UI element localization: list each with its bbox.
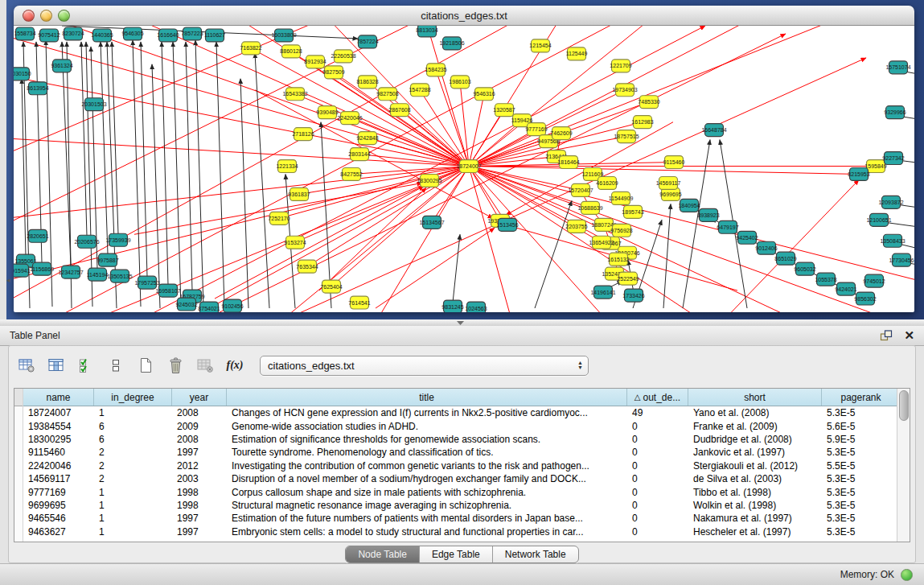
- graph-node-7252170[interactable]: 7252170: [268, 212, 290, 225]
- graph-node-8215953[interactable]: 8215953: [848, 168, 869, 181]
- citation-edge-black[interactable]: [453, 234, 460, 303]
- graph-node-7614541[interactable]: 7614541: [348, 296, 370, 309]
- graph-node-9777169[interactable]: 9777169: [525, 123, 547, 136]
- graph-node-1986103[interactable]: 1986103: [449, 76, 470, 89]
- graph-node-9827509[interactable]: 9827509: [322, 66, 344, 79]
- table-vertical-scrollbar[interactable]: [897, 389, 910, 542]
- graph-node-8860128[interactable]: 8860128: [280, 45, 302, 58]
- tab-edge-table[interactable]: Edge Table: [420, 546, 493, 562]
- graph-node-1615132[interactable]: 1615132: [607, 253, 629, 266]
- graph-node-19218506[interactable]: 19218506: [439, 37, 464, 50]
- graph-node-9390489[interactable]: 9390489: [316, 106, 338, 119]
- graph-node-18724007[interactable]: 18724007: [456, 160, 481, 173]
- graph-node-13654923[interactable]: 13654923: [589, 236, 614, 249]
- graph-node-15720407[interactable]: 15720407: [568, 183, 593, 196]
- column-header-title[interactable]: title: [227, 389, 627, 406]
- graph-node-8613954[interactable]: 8613954: [27, 82, 48, 95]
- graph-node-7857224[interactable]: 7857224: [356, 35, 378, 48]
- scrollbar-thumb[interactable]: [899, 390, 909, 421]
- graph-node-15134567[interactable]: 15134567: [419, 216, 444, 229]
- graph-node-9827508[interactable]: 9827508: [376, 88, 398, 101]
- graph-node-10688639[interactable]: 10688639: [577, 201, 602, 214]
- graph-node-1584235[interactable]: 1584235: [425, 64, 446, 76]
- graph-node-12100651[interactable]: 12100651: [866, 213, 891, 226]
- graph-node-9227342[interactable]: 9227342: [882, 152, 904, 165]
- graph-node-2203755[interactable]: 2203755: [565, 220, 587, 233]
- citation-edge-black[interactable]: [255, 53, 269, 308]
- graph-node-19734903[interactable]: 19734903: [612, 84, 637, 97]
- function-builder-button[interactable]: f(x): [225, 356, 244, 375]
- graph-node-1221334[interactable]: 1221334: [276, 160, 298, 173]
- graph-node-1215454[interactable]: 1215454: [529, 39, 551, 52]
- citation-edge-black[interactable]: [663, 204, 671, 308]
- citation-edge-red[interactable]: [469, 167, 512, 312]
- graph-node-14196141[interactable]: 14196141: [590, 286, 615, 299]
- table-settings-button[interactable]: [17, 356, 36, 375]
- citation-edge-black[interactable]: [216, 42, 224, 307]
- citation-edge-black[interactable]: [81, 42, 87, 236]
- graph-node-8912934[interactable]: 8912934: [304, 56, 326, 68]
- graph-node-1221709[interactable]: 1221709: [610, 60, 631, 72]
- graph-node-9975887[interactable]: 9975887: [97, 253, 118, 266]
- graph-node-7163822[interactable]: 7163822: [240, 42, 261, 55]
- citation-edge-black[interactable]: [162, 42, 168, 285]
- graph-node-9361324[interactable]: 9361324: [51, 60, 72, 72]
- citation-edge-black[interactable]: [186, 42, 192, 290]
- column-header-in_degree[interactable]: in_degree: [94, 389, 172, 406]
- table-row[interactable]: 1456911722003Disruption of a novel membe…: [23, 472, 897, 485]
- graph-node-8427552[interactable]: 8427552: [340, 168, 362, 181]
- graph-node-8651029[interactable]: 8651029: [774, 252, 796, 265]
- citation-edge-red[interactable]: [279, 167, 469, 312]
- graph-node-2867608[interactable]: 2867608: [388, 104, 410, 117]
- table-row[interactable]: 1830029562008Estimation of significance …: [23, 433, 897, 446]
- graph-node-3915941[interactable]: 3915941: [14, 264, 31, 277]
- citation-edge-red[interactable]: [14, 167, 469, 283]
- graph-node-9745012[interactable]: 9745012: [863, 274, 885, 287]
- graph-node-1024563[interactable]: 1024563: [465, 302, 487, 312]
- graph-node-9245032[interactable]: 9245032: [175, 298, 197, 311]
- citation-edge-red[interactable]: [469, 130, 536, 167]
- select-rows-button[interactable]: [76, 356, 96, 375]
- graph-node-2522549[interactable]: 2522549: [617, 272, 639, 285]
- table-row[interactable]: 911546021997Tourette syndrome. Phenomeno…: [23, 446, 897, 459]
- graph-node-1513456[interactable]: 1513456: [496, 218, 518, 231]
- graph-node-1616640[interactable]: 1616640: [157, 29, 179, 42]
- graph-node-8186328[interactable]: 8186328: [356, 76, 378, 89]
- graph-node-16648784[interactable]: 16648784: [701, 124, 726, 137]
- network-canvas[interactable]: 1558734907541282307241440365954630516166…: [14, 26, 914, 312]
- table-row[interactable]: 1872400712008Changes of HCN gene express…: [23, 406, 897, 419]
- table-row[interactable]: 2242004622012Investigating the contribut…: [23, 459, 897, 472]
- citation-edge-black[interactable]: [62, 42, 71, 266]
- graph-node-7485330[interactable]: 7485330: [638, 96, 659, 109]
- citation-edge-red[interactable]: [14, 26, 528, 307]
- graph-node-11544909[interactable]: 11544909: [609, 192, 634, 204]
- panel-collapse-arrow-icon[interactable]: ◂: [6, 276, 10, 284]
- graph-node-9153274[interactable]: 9153274: [284, 236, 306, 249]
- graph-node-22260538[interactable]: 22260538: [331, 50, 355, 63]
- citation-edge-black[interactable]: [683, 140, 710, 308]
- graph-node-9361837[interactable]: 9361837: [288, 187, 310, 200]
- graph-node-13508433[interactable]: 13508433: [880, 234, 905, 247]
- graph-node-1733426[interactable]: 1733426: [622, 289, 644, 302]
- graph-node-7857223[interactable]: 7857223: [181, 27, 203, 40]
- graph-node-1840954[interactable]: 1840954: [678, 199, 700, 212]
- citation-edge-black[interactable]: [141, 42, 147, 277]
- citation-network-graph[interactable]: 1558734907541282307241440365954630516166…: [14, 26, 914, 312]
- column-header-short[interactable]: short: [688, 389, 822, 406]
- close-window-button[interactable]: [23, 10, 35, 22]
- graph-node-9605032[interactable]: 9605032: [794, 262, 815, 275]
- column-header-name[interactable]: name: [23, 389, 94, 406]
- citation-edge-black[interactable]: [240, 79, 248, 308]
- graph-node-2803144[interactable]: 2803144: [348, 148, 370, 161]
- graph-node-9425402[interactable]: 9425402: [736, 231, 758, 244]
- graph-node-1145194[interactable]: 1145194: [87, 268, 109, 281]
- graph-node-16543382[interactable]: 16543382: [282, 88, 307, 101]
- split-pane-handle-icon[interactable]: [457, 321, 464, 325]
- graph-node-7635344[interactable]: 7635344: [296, 260, 318, 273]
- network-window-titlebar[interactable]: citations_edges.txt: [14, 6, 914, 26]
- graph-node-9546316[interactable]: 9546316: [473, 88, 495, 101]
- citation-edge-red[interactable]: [469, 167, 914, 283]
- citation-edge-black[interactable]: [107, 42, 117, 308]
- graph-node-9831245[interactable]: 9831245: [441, 300, 463, 312]
- graph-node-1547288[interactable]: 1547288: [409, 84, 430, 97]
